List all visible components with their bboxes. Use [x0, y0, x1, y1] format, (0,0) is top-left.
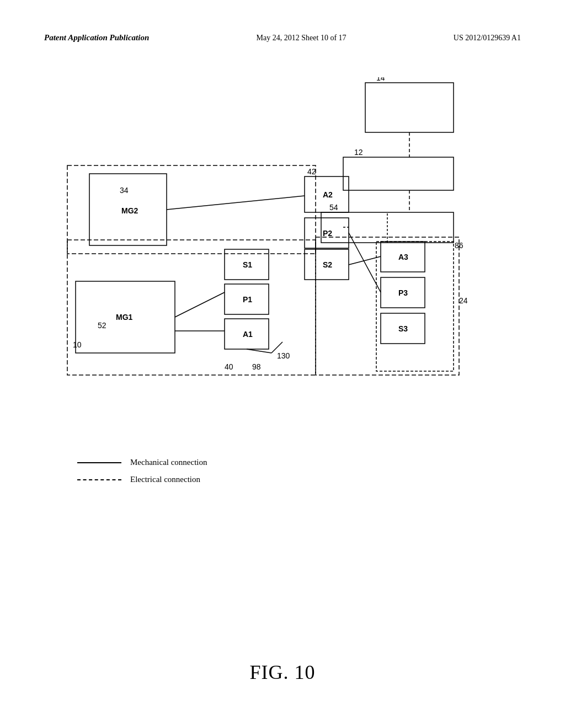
- svg-text:54: 54: [329, 203, 338, 212]
- svg-rect-10: [376, 242, 454, 371]
- electrical-line-icon: [77, 479, 121, 480]
- svg-line-48: [247, 349, 271, 353]
- legend: Mechanical connection Electrical connect…: [77, 458, 207, 492]
- diagram-svg: 14 12 54 24 86 42 A2 P2 A3 P3 S3: [33, 77, 532, 430]
- svg-line-44: [175, 292, 225, 317]
- svg-text:34: 34: [120, 186, 129, 195]
- svg-line-43: [167, 196, 305, 210]
- svg-text:P1: P1: [243, 295, 252, 304]
- svg-text:52: 52: [98, 321, 106, 330]
- svg-text:S1: S1: [243, 260, 252, 269]
- svg-text:A3: A3: [398, 253, 408, 261]
- mechanical-label: Mechanical connection: [130, 458, 207, 467]
- svg-text:S2: S2: [323, 260, 332, 269]
- svg-text:P3: P3: [398, 288, 408, 297]
- publication-title: Patent Application Publication: [44, 33, 149, 42]
- svg-text:14: 14: [376, 77, 385, 82]
- mechanical-line-icon: [77, 462, 121, 463]
- svg-text:40: 40: [225, 362, 233, 371]
- svg-text:A1: A1: [243, 330, 253, 339]
- svg-text:42: 42: [307, 167, 316, 176]
- svg-text:10: 10: [73, 340, 82, 349]
- svg-text:12: 12: [354, 148, 363, 157]
- svg-text:S3: S3: [398, 324, 408, 333]
- svg-text:MG1: MG1: [116, 313, 133, 322]
- figure-label: FIG. 10: [0, 661, 565, 684]
- svg-text:P2: P2: [323, 229, 332, 238]
- svg-text:98: 98: [252, 362, 261, 371]
- electrical-label: Electrical connection: [130, 475, 200, 484]
- publication-date-sheet: May 24, 2012 Sheet 10 of 17: [257, 34, 347, 42]
- legend-electrical: Electrical connection: [77, 475, 207, 484]
- svg-text:24: 24: [459, 296, 468, 305]
- legend-mechanical: Mechanical connection: [77, 458, 207, 467]
- svg-rect-0: [365, 83, 454, 132]
- svg-rect-8: [316, 237, 459, 375]
- page-header: Patent Application Publication May 24, 2…: [44, 33, 521, 42]
- svg-text:86: 86: [455, 241, 463, 250]
- svg-rect-27: [67, 165, 316, 254]
- publication-number: US 2012/0129639 A1: [454, 34, 521, 42]
- svg-text:130: 130: [277, 351, 290, 360]
- svg-rect-3: [343, 157, 454, 190]
- svg-text:MG2: MG2: [121, 206, 138, 215]
- svg-text:A2: A2: [323, 190, 333, 199]
- diagram-area: 14 12 54 24 86 42 A2 P2 A3 P3 S3: [33, 77, 532, 430]
